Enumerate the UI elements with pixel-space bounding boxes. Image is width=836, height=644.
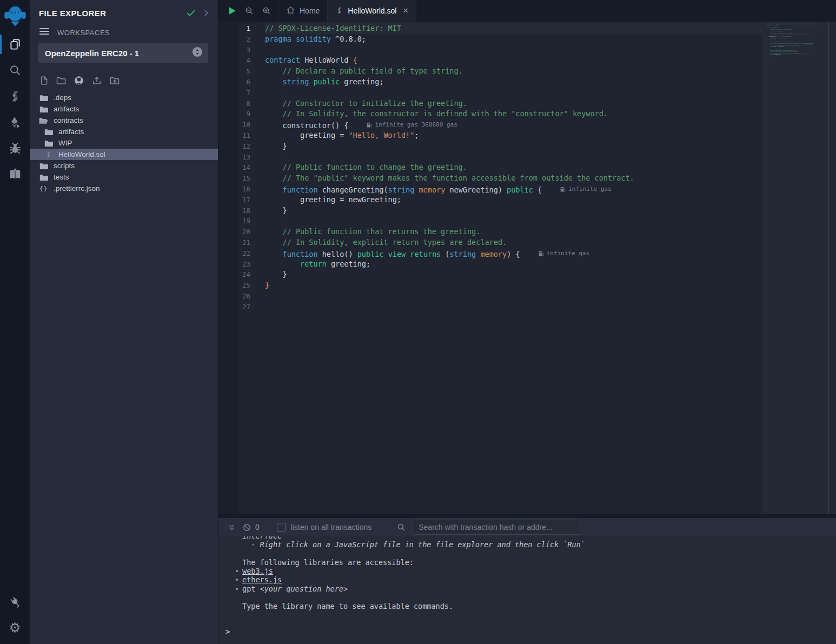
folder-icon — [44, 139, 53, 148]
code-line[interactable]: } — [265, 205, 836, 216]
terminal-collapse-icon[interactable] — [224, 523, 239, 532]
solidity-compiler-icon[interactable] — [0, 83, 30, 109]
plugin-manager-icon[interactable] — [0, 589, 30, 615]
tree-item-helloworld-sol[interactable]: HelloWorld.sol — [30, 149, 218, 160]
clone-github-icon[interactable] — [73, 75, 85, 87]
code-line[interactable]: // Public function to change the greetin… — [265, 162, 836, 173]
new-folder-icon[interactable] — [55, 75, 67, 86]
tree-item-label: artifacts — [54, 105, 79, 113]
chevron-right-icon[interactable] — [202, 9, 210, 17]
tree-item--deps[interactable]: .deps — [30, 92, 218, 103]
tree-item--prettierrc-json[interactable]: {}.prettierrc.json — [30, 183, 218, 194]
tree-item-artifacts[interactable]: artifacts — [30, 103, 218, 115]
workspace-switch-icon[interactable] — [192, 47, 203, 59]
search-icon[interactable] — [0, 57, 30, 83]
tree-item-scripts[interactable]: scripts — [30, 160, 218, 171]
folder-icon — [44, 128, 53, 136]
code-line[interactable] — [265, 216, 836, 227]
gas-estimate-widget: infinite gas 368600 gas — [367, 119, 457, 130]
workspace-select[interactable]: OpenZeppelin ERC20 - 1 — [38, 43, 208, 63]
folder-icon — [39, 105, 48, 114]
gas-estimate-widget: infinite gas — [560, 184, 611, 195]
code-line[interactable]: // The "public" keyword makes the functi… — [265, 173, 836, 184]
workspace-selected-value: OpenZeppelin ERC20 - 1 — [45, 49, 192, 58]
tree-item-label: .prettierrc.json — [54, 184, 100, 192]
code-line[interactable]: contract HelloWorld { — [265, 55, 836, 66]
accept-check-icon[interactable] — [185, 8, 196, 18]
tab-helloworld-sol[interactable]: HelloWorld.sol × — [328, 0, 416, 22]
zoom-in-icon[interactable] — [260, 4, 274, 18]
learneth-book-icon[interactable] — [0, 161, 30, 187]
solidity-icon — [44, 150, 53, 159]
code-content[interactable]: // SPDX-License-Identifier: MITpragma so… — [256, 22, 836, 514]
upload-file-icon[interactable] — [91, 75, 103, 86]
tab-close-icon[interactable]: × — [403, 5, 408, 16]
code-line[interactable]: constructor() {infinite gas 368600 gas — [265, 119, 836, 130]
code-line[interactable]: greeting = "Hello, World!"; — [265, 130, 836, 141]
code-line[interactable]: pragma solidity ^0.8.0; — [265, 34, 836, 45]
new-file-icon[interactable] — [39, 75, 49, 86]
code-line[interactable] — [767, 59, 820, 61]
code-line[interactable] — [265, 302, 836, 313]
code-line[interactable]: // In Solidity, explicit return types ar… — [265, 237, 836, 248]
tab-bar: Home HelloWorld.sol × — [218, 0, 836, 22]
tree-item-artifacts[interactable]: artifacts — [30, 126, 218, 137]
workspaces-menu-icon[interactable] — [39, 27, 50, 38]
tree-item-contracts[interactable]: contracts — [30, 115, 218, 126]
tab-home[interactable]: Home — [278, 0, 328, 22]
terminal-line: •web3.js — [242, 567, 836, 575]
code-line[interactable]: // In Solidity, the constructor is defin… — [265, 109, 836, 119]
code-line[interactable] — [265, 291, 836, 302]
remix-ide-window: ⚙ FILE EXPLORER WORKSPACES OpenZeppelin … — [0, 0, 836, 644]
listen-transactions-checkbox[interactable] — [277, 523, 286, 532]
tree-item-label: contracts — [54, 116, 83, 124]
file-explorer-icon[interactable] — [0, 31, 30, 57]
deploy-and-run-icon[interactable] — [0, 109, 30, 135]
tree-item-wip[interactable]: WIP — [30, 137, 218, 149]
code-line[interactable]: return greeting; — [265, 259, 836, 270]
code-line[interactable]: // SPDX-License-Identifier: MIT — [265, 23, 836, 34]
code-line[interactable] — [265, 88, 836, 98]
code-line[interactable]: } — [265, 269, 836, 280]
terminal-prompt[interactable]: > — [225, 627, 836, 636]
folder-open-icon — [39, 116, 48, 125]
code-line[interactable]: } — [265, 280, 836, 291]
code-line[interactable] — [265, 45, 836, 56]
remix-logo-icon[interactable] — [0, 0, 30, 31]
code-line[interactable]: // Constructor to initialize the greetin… — [265, 98, 836, 109]
code-line[interactable]: function changeGreeting(string memory ne… — [265, 184, 836, 195]
folder-icon — [39, 162, 48, 170]
zoom-out-icon[interactable] — [242, 4, 256, 18]
minimap[interactable]: // SPDX-License-Identifier: MITpragma so… — [762, 22, 836, 514]
debugger-icon[interactable] — [0, 135, 30, 161]
solidity-file-icon — [336, 6, 343, 16]
terminal-line — [242, 593, 836, 602]
tab-home-label: Home — [300, 6, 320, 15]
code-line[interactable]: string public greeting; — [265, 77, 836, 88]
terminal-line: The following libraries are accessible: — [242, 558, 836, 567]
file-explorer-panel: FILE EXPLORER WORKSPACES OpenZeppelin ER… — [30, 0, 218, 644]
code-line[interactable]: // Declare a public field of type string… — [265, 66, 836, 77]
terminal-link[interactable]: web3.js — [242, 567, 273, 575]
terminal-clear-icon[interactable] — [239, 523, 254, 532]
activity-bar: ⚙ — [0, 0, 30, 644]
tree-item-label: HelloWorld.sol — [58, 150, 105, 158]
code-line[interactable]: function hello() public view returns (st… — [265, 248, 836, 259]
gas-estimate-widget: infinite gas — [539, 248, 589, 259]
code-line[interactable]: // Public function that returns the gree… — [265, 227, 836, 237]
code-line[interactable]: } — [265, 141, 836, 152]
settings-gear-icon[interactable]: ⚙ — [0, 615, 30, 641]
tree-item-label: tests — [54, 173, 69, 181]
run-play-button[interactable] — [225, 4, 239, 18]
terminal-search-icon — [396, 522, 406, 532]
home-icon — [286, 5, 295, 16]
code-editor[interactable]: 1234567891011121314151617181920212223242… — [218, 22, 836, 514]
terminal-link[interactable]: ethers.js — [242, 575, 282, 584]
terminal-search-input[interactable] — [413, 520, 580, 535]
upload-folder-icon[interactable] — [109, 75, 121, 86]
code-line[interactable] — [265, 152, 836, 163]
terminal-line: - Right click on a JavaScript file in th… — [242, 540, 836, 549]
tree-item-tests[interactable]: tests — [30, 171, 218, 183]
terminal-line — [242, 549, 836, 558]
code-line[interactable]: greeting = newGreeting; — [265, 195, 836, 205]
